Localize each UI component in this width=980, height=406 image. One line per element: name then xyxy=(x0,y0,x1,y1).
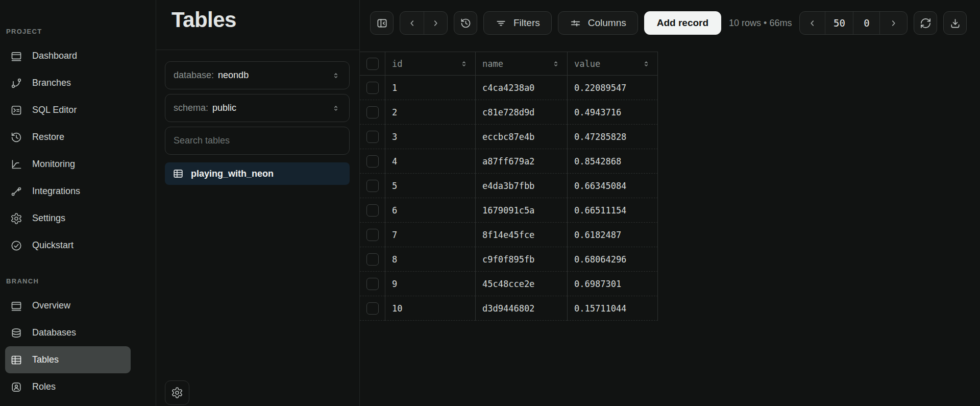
history-clock-icon xyxy=(10,131,22,144)
sidebar-item-integrations[interactable]: Integrations xyxy=(5,178,131,205)
column-header-name[interactable]: name xyxy=(475,52,567,76)
cell-id[interactable]: 4 xyxy=(385,149,475,174)
cell-value[interactable]: 0.8542868 xyxy=(567,149,658,174)
sidebar-item-label: Roles xyxy=(32,381,56,392)
branch-nav-group: Overview Databases Tables Roles xyxy=(0,292,156,400)
sidebar-item-settings[interactable]: Settings xyxy=(5,205,131,232)
sidebar-item-dashboard[interactable]: Dashboard xyxy=(5,42,131,69)
cell-value[interactable]: 0.4943716 xyxy=(567,100,658,125)
cell-value[interactable]: 0.22089547 xyxy=(567,76,658,100)
column-header-label: id xyxy=(392,59,402,69)
panel-settings-button[interactable] xyxy=(165,380,189,405)
download-button[interactable] xyxy=(943,11,967,35)
row-select-cell xyxy=(360,272,385,296)
sidebar-item-overview[interactable]: Overview xyxy=(5,292,131,319)
chevron-right-icon xyxy=(430,18,441,29)
select-all-checkbox[interactable] xyxy=(366,58,379,70)
collapse-panel-button[interactable] xyxy=(370,11,394,35)
cell-id[interactable]: 5 xyxy=(385,174,475,198)
search-tables-input[interactable] xyxy=(174,135,341,146)
cell-name[interactable]: a87ff679a2 xyxy=(475,149,567,174)
sort-icon[interactable] xyxy=(551,59,561,69)
git-branch-icon xyxy=(10,77,22,89)
schema-select-value: public xyxy=(212,103,236,113)
page-size-cell xyxy=(825,12,853,34)
back-button[interactable] xyxy=(400,12,424,34)
chevron-left-icon xyxy=(807,18,818,29)
cell-name[interactable]: 45c48cce2e xyxy=(475,272,567,296)
add-record-button[interactable]: Add record xyxy=(644,11,721,35)
cell-value[interactable]: 0.68064296 xyxy=(567,247,658,272)
cell-name[interactable]: e4da3b7fbb xyxy=(475,174,567,198)
cell-name[interactable]: d3d9446802 xyxy=(475,296,567,321)
row-checkbox[interactable] xyxy=(366,229,379,241)
columns-button[interactable]: Columns xyxy=(558,11,638,35)
sidebar-item-tables[interactable]: Tables xyxy=(5,346,131,373)
cell-name[interactable]: 1679091c5a xyxy=(475,198,567,223)
table-toolbar: Filters Columns Add record 10 rows • 66m… xyxy=(370,11,974,35)
cell-id[interactable]: 8 xyxy=(385,247,475,272)
page-size-input[interactable] xyxy=(825,17,853,29)
cell-name[interactable]: c9f0f895fb xyxy=(475,247,567,272)
schema-select[interactable]: schema: public xyxy=(165,94,350,122)
cell-id[interactable]: 3 xyxy=(385,125,475,149)
row-checkbox[interactable] xyxy=(366,278,379,290)
search-tables-box xyxy=(165,127,350,155)
column-header-value[interactable]: value xyxy=(567,52,658,76)
cell-value[interactable]: 0.6987301 xyxy=(567,272,658,296)
sidebar-item-sql-editor[interactable]: SQL Editor xyxy=(5,97,131,124)
next-page-button[interactable] xyxy=(879,12,907,34)
prev-page-button[interactable] xyxy=(800,12,825,34)
sort-icon[interactable] xyxy=(641,59,651,69)
cell-name[interactable]: 8f14e45fce xyxy=(475,223,567,247)
cell-value[interactable]: 0.66511154 xyxy=(567,198,658,223)
row-checkbox[interactable] xyxy=(366,131,379,143)
row-select-cell xyxy=(360,149,385,174)
columns-button-label: Columns xyxy=(588,17,626,29)
forward-button[interactable] xyxy=(424,12,447,34)
column-header-label: name xyxy=(482,59,503,69)
cell-value[interactable]: 0.6182487 xyxy=(567,223,658,247)
cell-id[interactable]: 6 xyxy=(385,198,475,223)
sidebar-item-branches[interactable]: Branches xyxy=(5,69,131,97)
sidebar-item-databases[interactable]: Databases xyxy=(5,319,131,346)
sidebar-item-roles[interactable]: Roles xyxy=(5,373,131,400)
table-list-item-playing-with-neon[interactable]: playing_with_neon xyxy=(165,162,350,185)
history-nav-group xyxy=(400,11,448,35)
refresh-button[interactable] xyxy=(914,11,937,35)
query-history-button[interactable] xyxy=(454,11,477,35)
cell-name[interactable]: eccbc87e4b xyxy=(475,125,567,149)
cell-value[interactable]: 0.15711044 xyxy=(567,296,658,321)
page-offset-input[interactable] xyxy=(853,17,879,29)
row-checkbox[interactable] xyxy=(366,302,379,315)
cell-name[interactable]: c81e728d9d xyxy=(475,100,567,125)
chevron-right-icon xyxy=(888,18,899,29)
row-checkbox[interactable] xyxy=(366,106,379,118)
cell-id[interactable]: 10 xyxy=(385,296,475,321)
schema-select-label: schema: xyxy=(174,103,208,113)
cell-id[interactable]: 2 xyxy=(385,100,475,125)
sort-icon[interactable] xyxy=(459,59,469,69)
cell-name[interactable]: c4ca4238a0 xyxy=(475,76,567,100)
filters-button[interactable]: Filters xyxy=(483,11,552,35)
database-cylinder-icon xyxy=(10,327,22,339)
row-checkbox[interactable] xyxy=(366,82,379,94)
sidebar-item-quickstart[interactable]: Quickstart xyxy=(5,232,131,259)
database-select[interactable]: database: neondb xyxy=(165,61,350,89)
row-checkbox[interactable] xyxy=(366,253,379,266)
row-checkbox[interactable] xyxy=(366,155,379,168)
sidebar-item-label: Databases xyxy=(32,327,76,338)
cell-value[interactable]: 0.47285828 xyxy=(567,125,658,149)
row-checkbox[interactable] xyxy=(366,204,379,217)
add-record-button-label: Add record xyxy=(657,17,708,29)
column-header-id[interactable]: id xyxy=(385,52,475,76)
cell-id[interactable]: 7 xyxy=(385,223,475,247)
sidebar-item-monitoring[interactable]: Monitoring xyxy=(5,151,131,178)
refresh-icon xyxy=(920,17,932,29)
row-checkbox[interactable] xyxy=(366,180,379,192)
sidebar-section-project: PROJECT xyxy=(6,28,156,35)
cell-id[interactable]: 1 xyxy=(385,76,475,100)
sidebar-item-restore[interactable]: Restore xyxy=(5,124,131,151)
cell-id[interactable]: 9 xyxy=(385,272,475,296)
cell-value[interactable]: 0.66345084 xyxy=(567,174,658,198)
